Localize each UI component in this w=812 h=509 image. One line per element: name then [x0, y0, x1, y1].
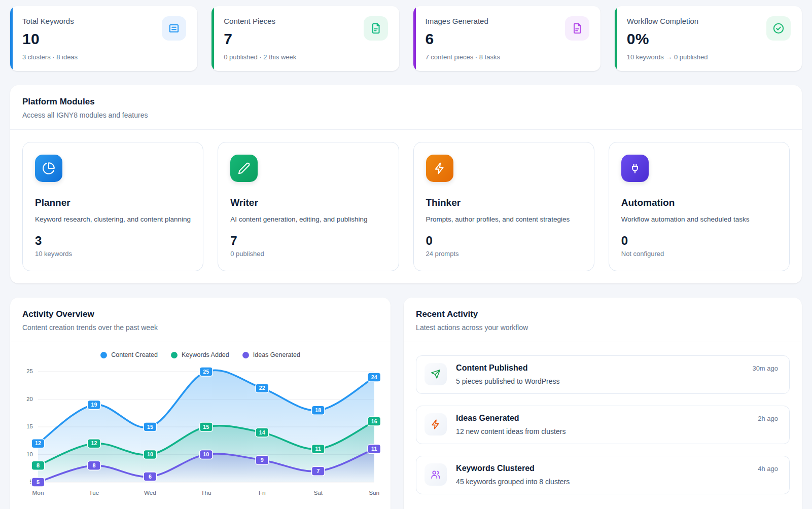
module-description: Prompts, author profiles, and content st…: [426, 214, 582, 225]
svg-text:12: 12: [35, 441, 41, 447]
svg-text:8: 8: [37, 462, 40, 468]
panel-subtitle: Latest actions across your workflow: [416, 323, 790, 332]
stat-title: Images Generated: [426, 17, 588, 25]
legend-item[interactable]: Ideas Generated: [242, 351, 300, 358]
svg-text:10: 10: [147, 451, 153, 457]
users-icon: [425, 463, 447, 486]
stat-subtitle: 7 content pieces · 8 tasks: [426, 53, 588, 61]
module-value: 3: [35, 234, 191, 248]
activity-title: Keywords Clustered: [456, 464, 535, 473]
svg-text:Thu: Thu: [201, 489, 211, 496]
activity-item-content-published: Content Published 30m ago 5 pieces publi…: [416, 355, 790, 394]
panel-title: Recent Activity: [416, 309, 790, 319]
svg-text:14: 14: [259, 429, 265, 435]
module-card-thinker[interactable]: Thinker Prompts, author profiles, and co…: [413, 142, 594, 271]
activity-time: 4h ago: [758, 465, 778, 472]
legend-dot: [171, 352, 178, 358]
module-value: 7: [230, 234, 386, 248]
svg-text:18: 18: [315, 407, 321, 413]
chart-area: 510152025MonTueWedThuFriSatSun1219152522…: [10, 358, 391, 499]
activity-overview-panel: Activity Overview Content creation trend…: [10, 298, 391, 509]
panel-title: Activity Overview: [22, 309, 378, 319]
svg-text:12: 12: [91, 441, 97, 447]
svg-text:9: 9: [261, 457, 264, 463]
legend-dot: [242, 352, 249, 358]
stat-value: 6: [426, 30, 588, 48]
legend-label: Keywords Added: [182, 351, 229, 358]
module-name: Planner: [35, 197, 191, 208]
list-icon: [162, 16, 186, 41]
stat-title: Workflow Completion: [627, 17, 790, 25]
stat-card-images-generated: Images Generated 6 7 content pieces · 8 …: [413, 6, 601, 71]
svg-text:10: 10: [203, 451, 209, 457]
activity-description: 12 new content ideas from clusters: [456, 427, 778, 435]
platform-modules-panel: Platform Modules Access all IGNY8 module…: [10, 85, 802, 283]
svg-text:24: 24: [371, 374, 377, 380]
recent-activity-panel: Recent Activity Latest actions across yo…: [404, 298, 802, 509]
stats-row: Total Keywords 10 3 clusters · 8 ideas C…: [10, 6, 802, 71]
activity-item-ideas-generated: Ideas Generated 2h ago 12 new content id…: [416, 406, 790, 444]
module-stat-label: 10 keywords: [35, 250, 191, 258]
activity-list: Content Published 30m ago 5 pieces publi…: [404, 342, 802, 507]
dashboard-page: Total Keywords 10 3 clusters · 8 ideas C…: [0, 0, 812, 509]
stat-value: 7: [224, 30, 386, 48]
activity-time: 2h ago: [758, 415, 778, 422]
stat-subtitle: 0 published · 2 this week: [224, 53, 386, 61]
pie-chart-icon: [35, 155, 62, 182]
module-stat-label: 0 published: [230, 250, 386, 258]
module-value: 0: [621, 234, 777, 248]
svg-text:10: 10: [26, 451, 32, 457]
svg-text:22: 22: [259, 385, 265, 391]
panel-subtitle: Access all IGNY8 modules and features: [22, 111, 790, 119]
svg-text:8: 8: [92, 462, 95, 468]
svg-text:15: 15: [147, 424, 153, 430]
module-name: Writer: [230, 197, 386, 208]
module-stat-label: 24 prompts: [426, 250, 582, 258]
stat-value: 10: [22, 30, 185, 48]
activity-title: Ideas Generated: [456, 414, 519, 423]
legend-item[interactable]: Content Created: [100, 351, 158, 358]
legend-item[interactable]: Keywords Added: [171, 351, 229, 358]
module-card-automation[interactable]: Automation Workflow automation and sched…: [609, 142, 790, 271]
svg-text:Sun: Sun: [369, 489, 379, 496]
stat-subtitle: 3 clusters · 8 ideas: [22, 53, 185, 61]
check-circle-icon: [766, 16, 791, 41]
svg-text:Wed: Wed: [144, 489, 156, 496]
legend-dot: [100, 352, 107, 358]
svg-text:11: 11: [315, 446, 321, 452]
divider: [10, 342, 391, 342]
activity-item-keywords-clustered: Keywords Clustered 4h ago 45 keywords gr…: [416, 456, 790, 494]
pencil-icon: [230, 155, 258, 182]
panel-title: Platform Modules: [22, 97, 790, 107]
module-description: Workflow automation and scheduled tasks: [621, 214, 777, 225]
lightning-icon: [425, 413, 447, 435]
legend-label: Ideas Generated: [253, 351, 300, 358]
activity-overview-header: Activity Overview Content creation trend…: [10, 298, 391, 342]
file-image-icon: [565, 16, 589, 41]
svg-text:15: 15: [203, 424, 209, 430]
module-description: AI content generation, editing, and publ…: [230, 214, 386, 225]
svg-text:19: 19: [91, 402, 97, 408]
svg-text:Tue: Tue: [89, 489, 99, 496]
module-card-planner[interactable]: Planner Keyword research, clustering, an…: [22, 142, 203, 271]
file-text-icon: [364, 16, 388, 41]
recent-activity-header: Recent Activity Latest actions across yo…: [404, 298, 802, 342]
accent-bar: [10, 6, 13, 71]
stat-subtitle: 10 keywords → 0 published: [627, 53, 790, 61]
svg-text:Mon: Mon: [32, 489, 44, 496]
activity-description: 5 pieces published to WordPress: [456, 377, 778, 385]
stat-title: Total Keywords: [22, 17, 185, 25]
stat-value: 0%: [627, 30, 790, 48]
stat-card-content-pieces: Content Pieces 7 0 published · 2 this we…: [211, 6, 399, 71]
platform-modules-header: Platform Modules Access all IGNY8 module…: [10, 85, 802, 129]
svg-text:25: 25: [26, 369, 32, 375]
activity-line-chart[interactable]: 510152025MonTueWedThuFriSatSun1219152522…: [15, 363, 383, 499]
activity-time: 30m ago: [752, 365, 778, 372]
chart-legend: Content CreatedKeywords AddedIdeas Gener…: [10, 351, 391, 358]
module-card-writer[interactable]: Writer AI content generation, editing, a…: [218, 142, 399, 271]
panel-subtitle: Content creation trends over the past we…: [22, 323, 378, 332]
svg-text:16: 16: [371, 418, 377, 424]
accent-bar: [211, 6, 214, 71]
svg-text:Fri: Fri: [259, 489, 266, 496]
stat-card-workflow-completion: Workflow Completion 0% 10 keywords → 0 p…: [615, 6, 802, 71]
